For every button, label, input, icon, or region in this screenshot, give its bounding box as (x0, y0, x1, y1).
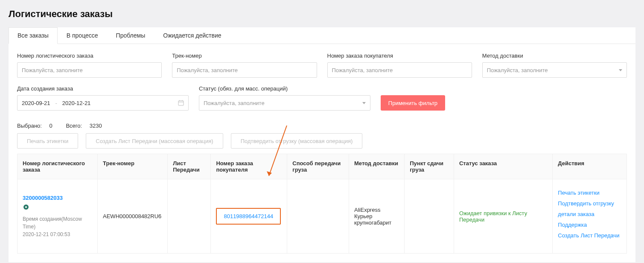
tab-in-progress[interactable]: В процессе (58, 27, 107, 44)
chevron-down-icon (619, 69, 622, 71)
bulk-create-handover-button[interactable]: Создать Лист Передачи (массовая операция… (86, 133, 223, 149)
orders-table-wrap: Номер логистического заказа Трек-номер Л… (9, 154, 635, 262)
select-placeholder: Пожалуйста, заполните (204, 100, 265, 106)
cell-handover-method (287, 179, 349, 254)
col-dropoff: Пункт сдачи груза (405, 154, 454, 179)
action-create-handover[interactable]: Создать Лист Передачи (558, 232, 621, 239)
highlight-annotation: 8011988964472144 (216, 208, 281, 225)
cell-status: Ожидает привязки к Листу Передачи (454, 179, 552, 254)
created-label: Время создания(Moscow Time) (23, 216, 82, 230)
buyer-order-link[interactable]: 8011988964472144 (224, 213, 273, 219)
filter-label-track: Трек-номер (172, 53, 317, 59)
date-separator: - (55, 100, 57, 106)
svg-rect-0 (178, 101, 184, 105)
tabs: Все заказы В процессе Проблемы Ожидается… (9, 27, 635, 44)
created-at: 2020-12-21 07:00:53 (23, 231, 70, 237)
tab-problems[interactable]: Проблемы (107, 27, 154, 44)
col-handover-method: Способ передачи груза (287, 154, 349, 179)
cell-delivery-method: AliExpress Курьер крупногабарит (349, 179, 405, 254)
total-label: Всего: (66, 123, 82, 129)
col-buyer-order: Номер заказа покупателя (211, 154, 287, 179)
action-confirm-ship[interactable]: Подтвердить отгрузку (558, 200, 621, 207)
filter-label-logistic-order: Номер логистического заказа (17, 53, 162, 59)
cell-handover (168, 179, 211, 254)
tab-awaiting-action[interactable]: Ожидается действие (154, 27, 230, 44)
status-badge: Ожидает привязки к Листу Передачи (459, 210, 527, 223)
table-header-row: Номер логистического заказа Трек-номер Л… (17, 154, 627, 179)
filter-label-status: Статус (обяз. для масс. операций) (199, 85, 370, 92)
buyer-order-input[interactable] (327, 62, 472, 78)
col-handover: Лист Передачи (168, 154, 211, 179)
page-title: Логистические заказы (9, 9, 635, 20)
date-from: 2020-09-21 (22, 100, 50, 106)
chevron-down-icon (362, 102, 366, 104)
table-row: 3200000582033 Время создания(Moscow Time… (17, 179, 627, 254)
status-select[interactable]: Пожалуйста, заполните (199, 95, 370, 111)
delivery-method-select[interactable]: Пожалуйста, заполните (482, 62, 627, 78)
total-count: 3230 (90, 123, 102, 129)
orders-table: Номер логистического заказа Трек-номер Л… (17, 154, 627, 254)
cell-buyer-order: 8011988964472144 (211, 179, 287, 254)
filter-label-delivery-method: Метод доставки (482, 53, 627, 59)
filter-label-buyer-order: Номер заказа покупателя (327, 53, 472, 59)
logistic-order-input[interactable] (17, 62, 162, 78)
col-delivery-method: Метод доставки (349, 154, 405, 179)
main-panel: Все заказы В процессе Проблемы Ожидается… (9, 27, 635, 262)
svg-point-5 (25, 206, 27, 208)
tab-all-orders[interactable]: Все заказы (9, 27, 58, 44)
bulk-actions: Печать этикетки Создать Лист Передачи (м… (9, 133, 635, 154)
cell-dropoff (405, 179, 454, 254)
action-support[interactable]: Поддержка (558, 222, 621, 228)
bulk-print-button[interactable]: Печать этикетки (17, 133, 78, 149)
col-actions: Действия (553, 154, 627, 179)
date-to: 2020-12-21 (62, 100, 91, 106)
col-status: Статус заказа (454, 154, 552, 179)
calendar-icon (178, 100, 184, 106)
select-placeholder: Пожалуйста, заполните (487, 67, 548, 73)
action-print[interactable]: Печать этикетки (558, 190, 621, 196)
date-range-picker[interactable]: 2020-09-21 - 2020-12-21 (17, 95, 189, 111)
cell-track: AEWH0000008482RU6 (98, 179, 168, 254)
bulk-confirm-ship-button[interactable]: Подтвердить отгрузку (массовая операция) (231, 133, 363, 149)
filters: Номер логистического заказа Трек-номер Н… (9, 44, 635, 123)
selected-count: 0 (50, 123, 52, 129)
selected-label: Выбрано: (17, 123, 42, 129)
col-track: Трек-номер (98, 154, 168, 179)
logistic-order-link[interactable]: 3200000582033 (23, 195, 63, 201)
apply-filter-button[interactable]: Применить фильтр (381, 95, 445, 111)
filter-label-date-created: Дата создания заказа (17, 85, 189, 92)
product-thumb-icon (23, 204, 29, 210)
track-number-input[interactable] (172, 62, 317, 78)
selection-summary: Выбрано: 0 Всего: 3230 (9, 123, 635, 133)
cell-actions: Печать этикетки Подтвердить отгрузку дет… (553, 179, 627, 254)
col-logistic-order: Номер логистического заказа (17, 154, 98, 179)
cell-logistic-order: 3200000582033 Время создания(Moscow Time… (17, 179, 98, 254)
action-details[interactable]: детали заказа (558, 211, 621, 217)
